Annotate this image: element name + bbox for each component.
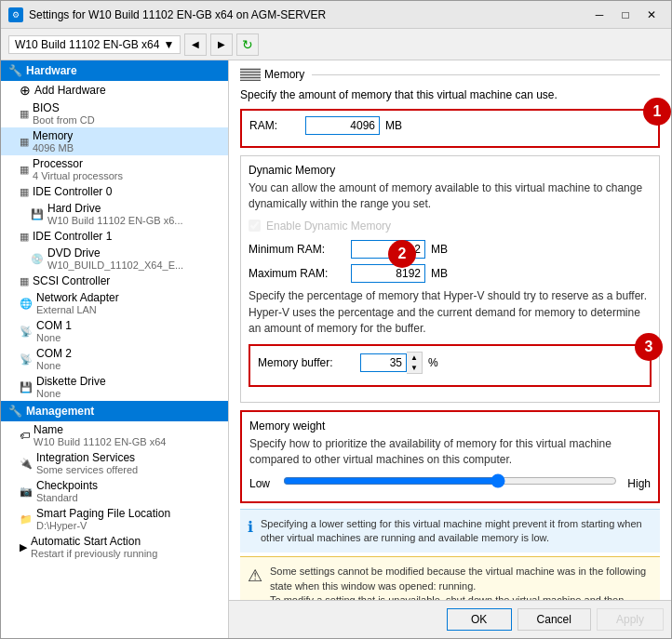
spin-down-button[interactable]: ▼ [407,363,422,373]
sidebar-item-processor[interactable]: ▦ Processor 4 Virtual processors [1,155,228,183]
max-ram-label: Maximum RAM: [249,267,351,280]
min-ram-label: Minimum RAM: [249,243,351,256]
max-ram-input[interactable] [351,264,425,283]
callout-1: 1 [643,98,671,126]
sidebar-item-add-hardware[interactable]: ⊕ Add Hardware [1,81,228,100]
cancel-button[interactable]: Cancel [517,608,591,631]
ok-button[interactable]: OK [447,608,512,631]
dvd-container: DVD Drive W10_BUILD_11102_X64_E... [47,246,183,271]
ram-section: RAM: MB 1 [240,109,660,148]
sidebar-item-memory[interactable]: ▦ Memory 4096 MB [1,127,228,155]
main-content: 🔧 Hardware ⊕ Add Hardware ▦ BIOS Boot fr… [1,60,671,638]
max-ram-unit: MB [431,267,448,280]
sidebar-item-hard-drive[interactable]: 💾 Hard Drive W10 Build 11102 EN-GB x6... [1,200,228,228]
sidebar-item-checkpoints[interactable]: 📷 Checkpoints Standard [1,477,228,505]
back-button[interactable]: ◀ [184,33,207,56]
checkpoints-label: Checkpoints [36,479,98,492]
title-bar: ⚙ Settings for W10 Build 11102 EN-GB x64… [1,1,671,29]
sidebar-item-dvd[interactable]: 💿 DVD Drive W10_BUILD_11102_X64_E... [1,245,228,273]
warning-icon: ⚠ [248,565,262,600]
memory-icon: ▦ [20,136,29,148]
forward-button[interactable]: ▶ [210,33,233,56]
hd-container: Hard Drive W10 Build 11102 EN-GB x6... [47,202,183,226]
name-sub: W10 Build 11102 EN-GB x64 [34,436,166,447]
minimize-button[interactable]: ─ [587,6,612,24]
sidebar-item-ide1[interactable]: ▦ IDE Controller 1 [1,228,228,245]
min-ram-row: Minimum RAM: MB [249,240,652,259]
checkpoints-container: Checkpoints Standard [36,479,98,503]
ide0-icon: ▦ [20,186,29,198]
min-ram-unit: MB [431,243,448,256]
sidebar-item-smart-paging[interactable]: 📁 Smart Paging File Location D:\Hyper-V [1,505,228,533]
weight-desc: Specify how to prioritize the availabili… [249,436,651,468]
slider-high-label: High [625,477,651,490]
sidebar-item-name[interactable]: 🏷 Name W10 Build 11102 EN-GB x64 [1,421,228,449]
ram-unit: MB [385,119,402,132]
sidebar-item-integration[interactable]: 🔌 Integration Services Some services off… [1,449,228,477]
com1-label: COM 1 [36,319,72,332]
refresh-button[interactable]: ↻ [236,33,259,56]
apply-button[interactable]: Apply [597,608,664,631]
com2-container: COM 2 None [36,347,72,371]
dvd-label: DVD Drive [47,246,183,260]
warning-text: Some settings cannot be modified because… [270,565,652,600]
sp-container: Smart Paging File Location D:\Hyper-V [36,507,170,531]
close-button[interactable]: ✕ [639,6,664,24]
net-label: Network Adapter [36,291,119,304]
info-text: Specifying a lower setting for this virt… [261,517,652,546]
diskette-container: Diskette Drive None [36,375,106,399]
management-icon: 🔧 [8,405,22,418]
section-title: Memory [264,68,304,81]
processor-sub: 4 Virtual processors [33,170,123,181]
max-ram-row: Maximum RAM: MB [249,264,652,283]
com2-sub: None [36,360,72,371]
sidebar-item-bios[interactable]: ▦ BIOS Boot from CD [1,100,228,127]
auto-start-icon: ▶ [20,541,27,553]
sidebar-item-ide0[interactable]: ▦ IDE Controller 0 [1,183,228,200]
sidebar-item-network[interactable]: 🌐 Network Adapter External LAN [1,289,228,317]
ide1-icon: ▦ [20,231,29,243]
window-icon: ⚙ [8,7,23,22]
spin-up-button[interactable]: ▲ [407,353,422,363]
sidebar-hardware-header: 🔧 Hardware [1,60,228,81]
maximize-button[interactable]: □ [613,6,638,24]
integration-container: Integration Services Some services offer… [36,451,138,475]
buffer-input[interactable] [360,353,407,372]
spinner-buttons: ▲ ▼ [407,352,423,374]
scsi-icon: ▦ [20,275,29,287]
dropdown-arrow-icon: ▼ [163,38,174,51]
memory-weight-section: Memory weight Specify how to prioritize … [240,410,660,503]
info-icon: ℹ [248,517,253,546]
callout-2: 2 [388,240,416,268]
memory-container: Memory 4096 MB [33,129,74,153]
sidebar-item-com2[interactable]: 📡 COM 2 None [1,345,228,373]
sidebar-item-scsi[interactable]: ▦ SCSI Controller [1,273,228,289]
slider-row: Low High [249,473,651,494]
ram-input[interactable] [305,116,380,135]
buffer-unit: % [428,356,438,369]
com2-icon: 📡 [20,353,33,366]
ide1-label: IDE Controller 1 [33,230,112,243]
sidebar-item-com1[interactable]: 📡 COM 1 None [1,317,228,345]
integration-icon: 🔌 [20,458,33,470]
warning-box: ⚠ Some settings cannot be modified becau… [240,556,660,600]
vm-selector[interactable]: W10 Build 11102 EN-GB x64 ▼ [8,35,181,54]
toolbar: W10 Build 11102 EN-GB x64 ▼ ◀ ▶ ↻ [1,29,671,60]
content-area: Memory Specify the amount of memory that… [229,60,671,600]
as-sub: Restart if previously running [31,548,157,559]
memory-weight-slider[interactable] [283,473,617,488]
dynamic-desc: You can allow the amount of memory avail… [249,180,652,212]
memory-section-header: Memory [240,68,660,81]
sidebar-item-auto-start[interactable]: ▶ Automatic Start Action Restart if prev… [1,533,228,561]
button-bar: OK Cancel Apply [229,600,671,638]
network-icon: 🌐 [20,298,33,310]
enable-dynamic-label: Enable Dynamic Memory [266,220,391,233]
scsi-label: SCSI Controller [33,274,110,287]
right-panel: Memory Specify the amount of memory that… [229,60,671,638]
buffer-section: Memory buffer: ▲ ▼ % 3 [249,344,652,387]
ide0-label: IDE Controller 0 [33,185,112,198]
sidebar-item-diskette[interactable]: 💾 Diskette Drive None [1,373,228,401]
dynamic-memory-section: Dynamic Memory You can allow the amount … [240,155,660,403]
enable-dynamic-checkbox[interactable] [249,220,261,232]
callout-3: 3 [635,333,663,361]
